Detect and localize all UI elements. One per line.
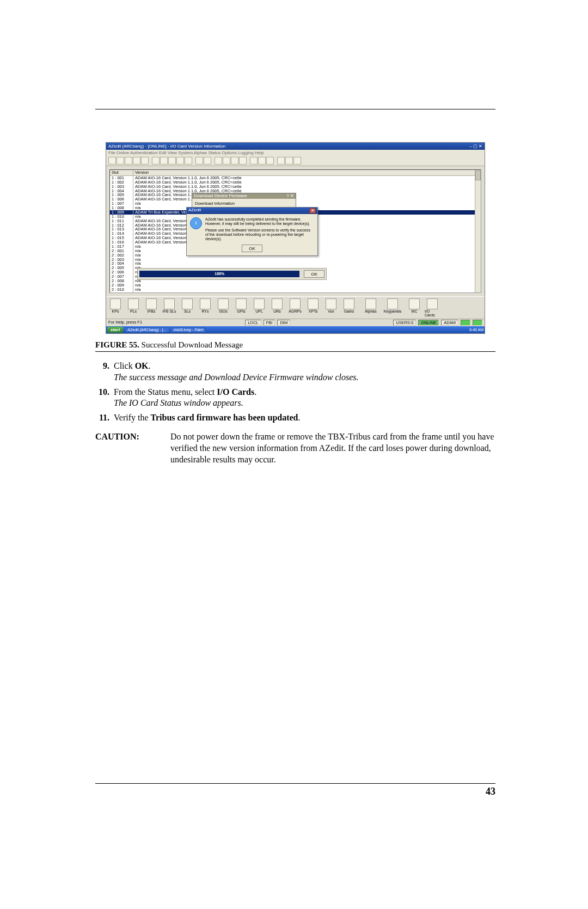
col-slot[interactable]: Slot — [110, 170, 133, 175]
azedit-window: AZedit (ARCbang) - [ONLINE] - I/O Card V… — [106, 142, 485, 334]
bottom-toolbar[interactable]: KPsPLsIFBsIFB SLsSLsRYsISOsGPIsUPLURsAGR… — [106, 296, 485, 319]
table-row[interactable]: 2 : 003n/a — [110, 258, 481, 262]
toolbar-icon[interactable] — [285, 157, 293, 164]
toolbar-icon[interactable] — [117, 157, 124, 164]
toolbar-icon[interactable] — [250, 157, 258, 164]
scrollbar[interactable] — [475, 170, 481, 292]
system-tray-clock: 8:40 AM — [469, 328, 483, 332]
footer-rule — [95, 783, 495, 784]
bottom-toolbar-item[interactable]: ISOs — [216, 298, 231, 317]
bottom-toolbar-item[interactable]: UPL — [252, 298, 267, 317]
instruction-step: 11.Verify the Tribus card firmware has b… — [95, 412, 495, 424]
toolbar-icon[interactable] — [125, 157, 132, 164]
bottom-toolbar-item[interactable]: MC — [407, 298, 422, 317]
table-row[interactable]: 1 : 003ADAM AIO-16 Card, Version 1.1.0, … — [110, 185, 481, 189]
status-online: ONLINE — [418, 320, 439, 326]
instruction-step: 9.Click OK.The success message and Downl… — [95, 361, 495, 383]
windows-taskbar[interactable]: start AZedit (ARCbang) - [... dnld3.bmp … — [106, 326, 485, 333]
close-icon[interactable]: ✕ — [309, 208, 316, 213]
table-row[interactable]: 1 : 001ADAM AIO-16 Card, Version 1.1.0, … — [110, 176, 481, 180]
toolbar-icon[interactable] — [293, 157, 301, 164]
progress-bar: 100% — [139, 271, 299, 277]
toolbar-icon[interactable] — [176, 157, 184, 164]
toolbar-icon[interactable] — [266, 157, 274, 164]
download-dialog-title: Download Device Firmware — [194, 194, 247, 198]
bottom-toolbar-item[interactable]: Keypanels — [385, 298, 400, 317]
toolbar-icon[interactable] — [239, 157, 247, 164]
caution-block: CAUTION: Do not power down the frame or … — [95, 431, 495, 465]
window-controls[interactable]: – ▢ ✕ — [469, 144, 482, 149]
instruction-step: 10.From the Status menu, select I/O Card… — [95, 387, 495, 410]
col-version[interactable]: Version — [133, 170, 481, 175]
bottom-toolbar-item[interactable]: RYs — [198, 298, 213, 317]
bottom-toolbar-item[interactable]: PLs — [126, 298, 141, 317]
info-icon: i — [190, 217, 202, 229]
msgbox-ok-button[interactable]: OK — [242, 245, 262, 252]
progress-ok-button[interactable]: OK — [304, 270, 324, 278]
toolbar-icon[interactable] — [195, 157, 203, 164]
status-dim: DIM — [277, 320, 290, 326]
bottom-toolbar-item[interactable]: KPs — [108, 298, 123, 317]
io-card-list[interactable]: Slot Version 1 : 001ADAM AIO-16 Card, Ve… — [109, 169, 481, 293]
bottom-toolbar-item[interactable]: Vox — [323, 298, 339, 317]
status-device: ADAM — [441, 320, 458, 326]
figure-caption: FIGURE 55. Successful Download Message — [95, 338, 495, 351]
toolbar-icon[interactable] — [258, 157, 266, 164]
table-row[interactable]: 2 : 004n/a — [110, 261, 481, 266]
main-toolbar[interactable] — [106, 156, 485, 166]
bottom-toolbar-item[interactable]: URs — [270, 298, 285, 317]
menu-bar[interactable]: File Online Authentication Edit View Sys… — [106, 150, 485, 156]
bottom-toolbar-item[interactable]: I/O Cards — [425, 298, 440, 317]
msgbox-text: AZedit has successfully completed sendin… — [205, 217, 314, 241]
bottom-toolbar-item[interactable]: XPTs — [305, 298, 321, 317]
caution-text: Do not power down the frame or remove th… — [170, 431, 495, 465]
toolbar-icon[interactable] — [223, 157, 230, 164]
window-title: AZedit (ARCbang) - [ONLINE] - I/O Card V… — [108, 144, 225, 149]
bottom-toolbar-item[interactable]: IFB SLs — [162, 298, 177, 317]
toolbar-icon[interactable] — [133, 157, 140, 164]
header-rule — [95, 109, 495, 109]
instruction-steps: 9.Click OK.The success message and Downl… — [95, 361, 495, 424]
bottom-toolbar-item[interactable]: SLs — [180, 298, 195, 317]
status-bar: For Help, press F1 LOCL FBI DIM USERS:0 … — [106, 319, 485, 326]
progress-strip: 100% OK — [137, 268, 327, 280]
bottom-toolbar-item[interactable]: IFBs — [144, 298, 159, 317]
table-row[interactable]: 2 : 010n/a — [110, 288, 481, 292]
task-button[interactable]: dnld3.bmp - Paint — [171, 327, 206, 332]
status-fbi: FBI — [264, 320, 275, 326]
toolbar-icon[interactable] — [231, 157, 238, 164]
msgbox-title: AZedit — [188, 208, 201, 213]
status-users: USERS:0 — [393, 320, 416, 326]
toolbar-icon[interactable] — [141, 157, 149, 164]
toolbar-icon[interactable] — [168, 157, 176, 164]
help-close-icon[interactable]: ? ✕ — [286, 194, 294, 198]
status-led-icon — [473, 320, 482, 326]
toolbar-icon[interactable] — [215, 157, 222, 164]
success-msgbox: AZedit ✕ i AZedit has successfully compl… — [186, 207, 318, 256]
status-led-icon — [461, 320, 470, 326]
bottom-toolbar-item[interactable]: Alphas — [363, 298, 378, 317]
page-number: 43 — [95, 786, 495, 797]
window-titlebar: AZedit (ARCbang) - [ONLINE] - I/O Card V… — [106, 143, 485, 150]
toolbar-icon[interactable] — [160, 157, 168, 164]
table-row[interactable]: 2 : 011n/a — [110, 292, 481, 294]
toolbar-icon[interactable] — [277, 157, 285, 164]
list-header[interactable]: Slot Version — [110, 170, 481, 176]
toolbar-icon[interactable] — [152, 157, 160, 164]
bottom-toolbar-item[interactable]: GPIs — [234, 298, 249, 317]
status-locl: LOCL — [245, 320, 261, 326]
bottom-toolbar-item[interactable]: AGRPs — [287, 298, 303, 317]
toolbar-icon[interactable] — [204, 157, 211, 164]
toolbar-icon[interactable] — [185, 157, 192, 164]
caution-label: CAUTION: — [95, 431, 150, 465]
task-button[interactable]: AZedit (ARCbang) - [... — [125, 327, 169, 332]
table-row[interactable]: 1 : 002ADAM AIO-16 Card, Version 1.1.0, … — [110, 180, 481, 185]
bottom-toolbar-item[interactable]: Gains — [341, 298, 357, 317]
toolbar-icon[interactable] — [108, 157, 116, 164]
start-button[interactable]: start — [107, 327, 123, 333]
table-row[interactable]: 2 : 009n/a — [110, 283, 481, 288]
figure-screenshot: AZedit (ARCbang) - [ONLINE] - I/O Card V… — [95, 142, 495, 334]
status-help: For Help, press F1 — [108, 320, 142, 326]
